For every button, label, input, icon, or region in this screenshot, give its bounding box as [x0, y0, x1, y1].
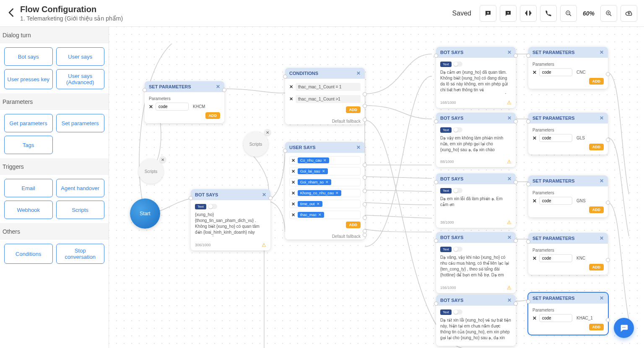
back-button[interactable]	[7, 6, 16, 21]
header: Flow Configuration 1. Telemarketing (Giớ…	[0, 0, 644, 27]
svg-line-2	[569, 14, 571, 16]
brain-icon[interactable]	[520, 5, 537, 22]
header-left: Flow Configuration 1. Telemarketing (Giớ…	[7, 5, 123, 22]
cloud-upload-icon[interactable]	[621, 5, 637, 22]
page-title: Flow Configuration	[20, 5, 123, 14]
zoom-in-icon[interactable]	[600, 5, 617, 22]
chat-bubble-plus-icon[interactable]	[480, 5, 496, 22]
svg-point-0	[507, 12, 509, 13]
saved-status: Saved	[452, 10, 471, 17]
phone-icon[interactable]	[540, 5, 557, 22]
chat-bubble-gear-icon[interactable]	[500, 5, 517, 22]
zoom-level: 60%	[580, 10, 597, 17]
header-right: Saved 60%	[452, 5, 637, 22]
zoom-out-icon[interactable]	[560, 5, 577, 22]
svg-line-5	[610, 14, 611, 16]
page-subtitle: 1. Telemarketing (Giới thiệu sản phẩm)	[20, 15, 123, 22]
